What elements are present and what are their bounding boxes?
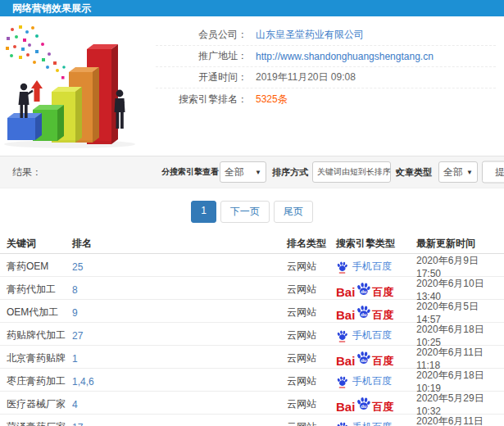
baidu-paw-icon	[336, 261, 348, 274]
keyword-cell: 膏药代加工	[7, 283, 72, 297]
engine-label: 手机百度	[352, 374, 392, 388]
mobile-baidu-logo: 手机百度	[336, 374, 416, 388]
rank-link[interactable]: 17	[72, 422, 287, 426]
promo-url-link[interactable]: http://www.shandonghuangshengtang.cn	[256, 51, 434, 62]
rank-type-cell: 云网站	[287, 260, 336, 274]
page-last[interactable]: 尾页	[274, 201, 313, 223]
rank-type-cell: 云网站	[287, 329, 336, 342]
table-header-row: 关键词 排名 排名类型 搜索引擎类型 最新更新时间	[0, 233, 504, 254]
baidu-logo-bai-text: Bai	[336, 355, 355, 367]
rank-type-cell: 云网站	[287, 420, 336, 426]
keyword-cell: 膏药OEM	[7, 260, 72, 274]
info-row-promo-url: 推广地址： http://www.shandonghuangshengtang.…	[156, 46, 496, 67]
rank-link[interactable]: 8	[72, 284, 287, 296]
engine-label: 手机百度	[352, 420, 392, 426]
engine-cell: Baidu百度	[336, 350, 416, 367]
updated-cell: 2020年6月11日 11:40	[416, 415, 504, 426]
member-company-label: 会员公司：	[156, 28, 247, 42]
baidu-paw-icon	[336, 329, 348, 342]
updated-cell: 2020年6月9日 17:50	[416, 254, 504, 279]
submit-button[interactable]: 提交	[482, 161, 504, 184]
mobile-baidu-logo: 手机百度	[336, 329, 416, 342]
open-time-label: 开通时间：	[156, 70, 247, 84]
table-row: 膏药代加工 8 云网站 Baidu百度 2020年6月10日 13:40	[0, 277, 504, 300]
keyword-cell: 北京膏药贴牌	[7, 351, 72, 365]
member-company-link[interactable]: 山东皇圣堂药业有限公司	[256, 28, 364, 42]
baidu-logo-bai-text: Bai	[336, 401, 355, 413]
keyword-cell: 药贴牌代加工	[7, 329, 72, 342]
col-engine-type: 搜索引擎类型	[336, 237, 416, 251]
rank-link[interactable]: 4	[72, 399, 287, 410]
engine-cell: 手机百度	[336, 420, 416, 426]
svg-text:du: du	[361, 312, 368, 317]
table-row: 菏泽膏药厂家 17 云网站 手机百度 2020年6月11日 11:40	[0, 415, 504, 426]
mobile-baidu-logo: 手机百度	[336, 260, 416, 274]
rank-type-cell: 云网站	[287, 374, 336, 388]
baidu-logo-bai-text: Bai	[336, 309, 355, 321]
sort-filter-label: 排序方式	[272, 166, 308, 179]
result-label: 结果：	[12, 165, 42, 179]
results-table: 关键词 排名 排名类型 搜索引擎类型 最新更新时间 膏药OEM 25 云网站 手…	[0, 233, 504, 426]
info-row-open-time: 开通时间： 2019年11月20日 09:08	[156, 67, 496, 88]
table-row: 膏药OEM 25 云网站 手机百度 2020年6月9日 17:50	[0, 254, 504, 277]
pagination: 1 下一页 尾页	[0, 201, 504, 223]
baidu-logo-bai-text: Bai	[336, 286, 355, 298]
table-row: 北京膏药贴牌 1 云网站 Baidu百度 2020年6月11日 11:18	[0, 346, 504, 369]
businessman-left	[19, 84, 34, 118]
article-type-value: 全部	[443, 165, 463, 179]
table-row: 枣庄膏药加工 1,4,6 云网站 手机百度 2020年6月18日 10:19	[0, 369, 504, 392]
keyword-cell: 医疗器械厂家	[7, 397, 72, 411]
col-keyword: 关键词	[7, 237, 72, 251]
baidu-paw-icon	[336, 421, 348, 426]
filter-bar: 结果： 分搜索引擎查看 全部 ▼ 排序方式 关键词由短到长排序 ▼ 文章类型 全…	[0, 156, 504, 188]
updated-cell: 2020年6月5日 14:57	[416, 300, 504, 325]
sort-filter-select[interactable]: 关键词由短到长排序 ▼	[312, 161, 391, 183]
table-row: 药贴牌代加工 27 云网站 手机百度 2020年6月18日 10:25	[0, 323, 504, 346]
page-current[interactable]: 1	[191, 201, 216, 223]
info-row-engine-rank-count: 搜索引擎排名： 5325条	[156, 88, 496, 110]
open-time-value: 2019年11月20日 09:08	[256, 70, 356, 84]
table-row: OEM代加工 9 云网站 Baidu百度 2020年6月5日 14:57	[0, 300, 504, 323]
svg-text:du: du	[361, 358, 368, 363]
baidu-logo-cn-text: 百度	[372, 356, 393, 367]
page-title-bar: 网络营销效果展示	[0, 0, 504, 16]
engine-filter-select[interactable]: 全部 ▼	[220, 161, 266, 183]
info-row-member-company: 会员公司： 山东皇圣堂药业有限公司	[156, 25, 496, 46]
mobile-baidu-logo: 手机百度	[336, 420, 416, 426]
keyword-cell: OEM代加工	[7, 306, 72, 320]
updated-cell: 2020年6月11日 11:18	[416, 346, 504, 371]
baidu-logo-cn-text: 百度	[372, 310, 393, 321]
rank-link[interactable]: 1,4,6	[72, 376, 287, 387]
baidu-logo-cn-text: 百度	[372, 401, 393, 413]
rank-link[interactable]: 9	[72, 307, 287, 319]
engine-cell: 手机百度	[336, 329, 416, 342]
baidu-logo-cn-text: 百度	[372, 287, 393, 298]
table-row: 医疗器械厂家 4 云网站 Baidu百度 2020年5月29日 10:32	[0, 392, 504, 415]
chevron-down-icon: ▼	[466, 169, 473, 176]
engine-label: 手机百度	[352, 260, 392, 274]
rank-type-cell: 云网站	[287, 283, 336, 297]
rank-link[interactable]: 27	[72, 330, 287, 342]
baidu-logo: Baidu百度	[336, 304, 416, 321]
page-next[interactable]: 下一页	[220, 201, 270, 223]
baidu-logo: Baidu百度	[336, 396, 416, 413]
promo-url-label: 推广地址：	[156, 49, 247, 63]
engine-filter-label: 分搜索引擎查看	[161, 166, 219, 178]
engine-cell: 手机百度	[336, 374, 416, 388]
rank-type-cell: 云网站	[287, 351, 336, 365]
article-type-select[interactable]: 全部 ▼	[438, 161, 478, 183]
engine-cell: Baidu百度	[336, 304, 416, 321]
page-title: 网络营销效果展示	[12, 2, 91, 14]
table-body: 膏药OEM 25 云网站 手机百度 2020年6月9日 17:50 膏药代加工 …	[0, 254, 504, 426]
growth-chart-illustration	[0, 20, 156, 152]
baidu-logo: Baidu百度	[336, 350, 416, 367]
engine-filter-value: 全部	[225, 165, 244, 179]
engine-label: 手机百度	[352, 329, 392, 342]
col-updated: 最新更新时间	[416, 237, 504, 251]
keyword-cell: 枣庄膏药加工	[7, 374, 72, 388]
engine-rank-count-label: 搜索引擎排名：	[156, 93, 247, 106]
rank-link[interactable]: 25	[72, 261, 287, 273]
baidu-paw-icon: du	[356, 350, 371, 367]
article-type-label: 文章类型	[396, 166, 432, 179]
rank-link[interactable]: 1	[72, 353, 287, 365]
